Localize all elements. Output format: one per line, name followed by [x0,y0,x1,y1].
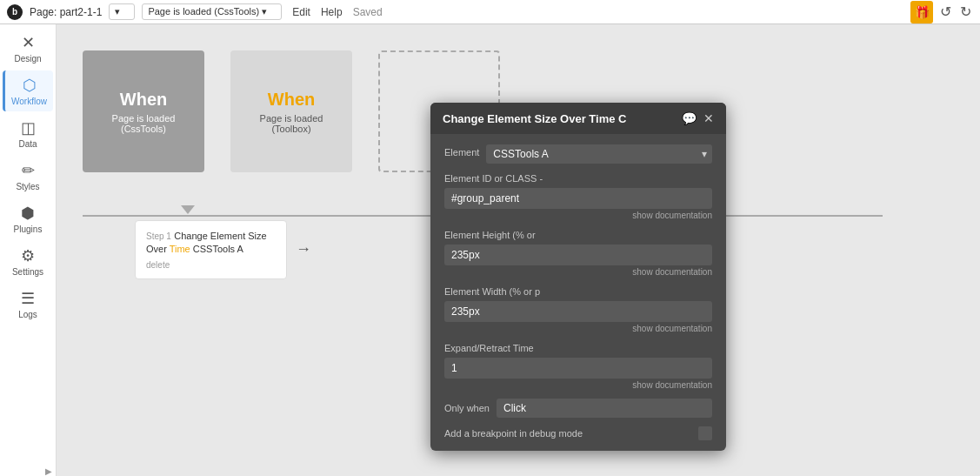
sidebar-item-workflow[interactable]: ⬡ Workflow [3,70,53,111]
width-input[interactable] [444,301,712,322]
sidebar-label-design: Design [14,54,41,64]
sidebar-item-settings[interactable]: ⚙ Settings [3,241,53,282]
sidebar-label-styles: Styles [16,182,39,191]
redo-button[interactable]: ↻ [958,2,973,22]
element-label: Element [444,147,479,158]
modal-title: Change Element Size Over Time C [443,112,626,125]
design-icon: ✕ [22,33,35,52]
canvas-area: When Page is loaded(CssTools) When Page … [57,24,980,476]
saved-status: Saved [353,6,383,18]
arrow-right-1: → [296,240,311,258]
when-title-1: When [120,90,167,110]
when-block-2[interactable]: When Page is loaded(Toolbox) [230,50,352,172]
page-dropdown[interactable]: ▾ [109,3,135,20]
sidebar-label-settings: Settings [12,267,43,277]
logo: b [7,4,23,20]
top-bar: b Page: part2-1-1 ▾ Page is loaded (CssT… [0,0,980,24]
sidebar-label-workflow: Workflow [11,97,47,106]
width-doc[interactable]: show documentation [444,324,712,333]
page-label: Page: part2-1-1 [30,6,102,18]
element-input[interactable] [486,144,697,164]
sidebar: ✕ Design ⬡ Workflow ◫ Data ✏ Styles ⬢ Pl… [0,24,57,476]
comment-icon[interactable]: 💬 [682,111,697,125]
time-field-row: Expand/Retract Time show documentation [444,342,712,390]
step-block-1[interactable]: Step 1 Change Element Size Over Time CSS… [135,220,287,279]
modal-change-element-size: Change Element Size Over Time C 💬 ✕ Elem… [430,103,726,451]
sidebar-label-logs: Logs [18,310,37,319]
breakpoint-row: Add a breakpoint in debug mode [444,426,712,440]
height-label: Element Height (% or [444,230,536,240]
element-dropdown-arrow[interactable]: ▾ [697,148,712,160]
only-when-row: Only when Click [444,399,712,418]
step-label-1: Step 1 [146,231,171,241]
sidebar-item-data[interactable]: ◫ Data [3,113,53,154]
time-label: Expand/Retract Time [444,343,534,353]
help-nav[interactable]: Help [321,6,343,18]
when-sub-2: Page is loaded(Toolbox) [260,113,323,134]
height-doc[interactable]: show documentation [444,267,712,277]
element-input-wrapper: ▾ [486,144,712,164]
gift-button[interactable]: 🎁 [910,1,933,23]
width-field-row: Element Width (% or p show documentation [444,285,712,333]
time-doc[interactable]: show documentation [444,380,712,390]
gift-icon: 🎁 [915,5,930,19]
height-field-row: Element Height (% or show documentation [444,229,712,277]
element-id-input[interactable] [444,188,712,209]
when-sub-1: Page is loaded(CssTools) [112,113,176,134]
modal-header: Change Element Size Over Time C 💬 ✕ [430,103,726,134]
settings-icon: ⚙ [21,246,35,265]
modal-body: Element ▾ Element ID or CLASS - show doc… [430,134,726,451]
time-input[interactable] [444,358,712,379]
step-delete-1[interactable]: delete [146,260,276,270]
sidebar-item-plugins[interactable]: ⬢ Plugins [3,198,53,239]
element-id-doc[interactable]: show documentation [444,211,712,220]
sidebar-item-design[interactable]: ✕ Design [3,28,53,69]
sidebar-item-logs[interactable]: ☰ Logs [3,284,53,325]
breakpoint-label: Add a breakpoint in debug mode [444,428,583,439]
sidebar-expand[interactable]: ▶ [45,466,52,476]
breakpoint-checkbox[interactable] [698,426,712,440]
sidebar-label-plugins: Plugins [14,225,43,234]
triangle-down-1 [181,205,195,214]
main-layout: ✕ Design ⬡ Workflow ◫ Data ✏ Styles ⬢ Pl… [0,24,980,476]
element-id-label: Element ID or CLASS - [444,173,543,184]
only-when-label: Only when [444,403,490,413]
edit-nav[interactable]: Edit [292,6,310,18]
undo-button[interactable]: ↺ [938,2,953,22]
width-label: Element Width (% or p [444,286,540,297]
styles-icon: ✏ [22,161,35,180]
workflow-canvas: When Page is loaded(CssTools) When Page … [57,24,980,476]
height-input[interactable] [444,245,712,265]
element-field-row: Element ▾ [444,144,712,164]
sidebar-item-styles[interactable]: ✏ Styles [3,156,53,197]
plugins-icon: ⬢ [21,204,35,223]
only-when-value[interactable]: Click [497,399,712,418]
data-icon: ◫ [21,118,36,137]
logs-icon: ☰ [21,289,35,308]
modal-header-icons: 💬 ✕ [682,111,714,125]
modal-close-icon[interactable]: ✕ [703,111,714,125]
when-title-2: When [268,90,315,110]
workflow-icon: ⬡ [23,76,37,95]
sidebar-label-data: Data [18,139,37,149]
status-dropdown[interactable]: Page is loaded (CssTools) ▾ [142,3,282,20]
top-nav: Edit Help [292,6,342,18]
element-id-field-row: Element ID or CLASS - show documentation [444,172,712,220]
top-bar-right: 🎁 ↺ ↻ [910,1,973,23]
when-block-1[interactable]: When Page is loaded(CssTools) [83,50,204,172]
